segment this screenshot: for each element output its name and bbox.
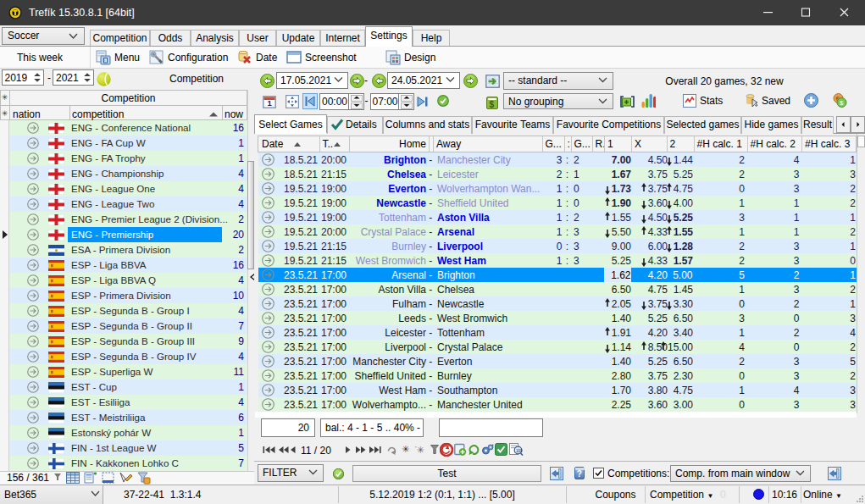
svg-text:i: i xyxy=(104,58,105,63)
svg-text:100: 100 xyxy=(516,449,523,453)
svg-text:$: $ xyxy=(490,100,495,109)
svg-text:$: $ xyxy=(840,99,844,107)
svg-text:1: 1 xyxy=(268,98,273,108)
